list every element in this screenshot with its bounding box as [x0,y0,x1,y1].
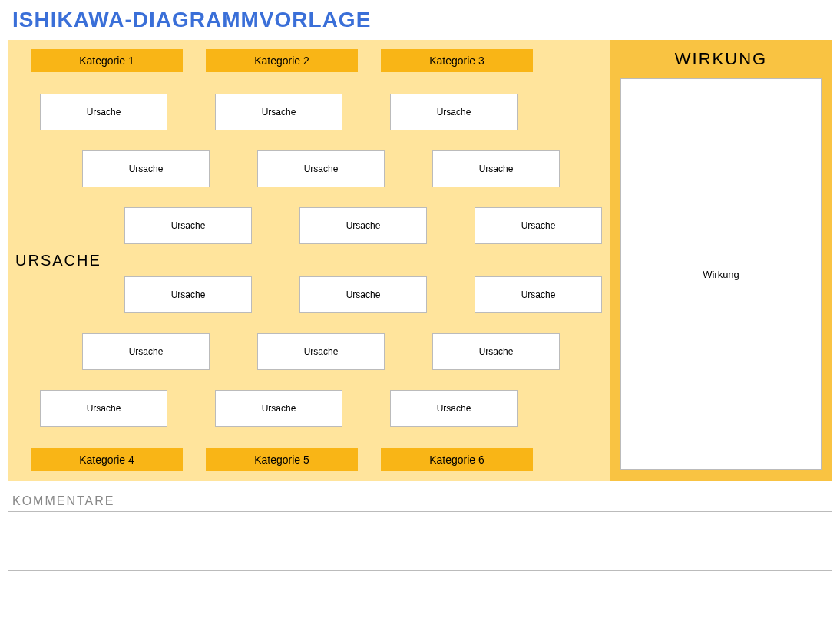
category-5[interactable]: Kategorie 5 [206,448,358,471]
effect-title: WIRKUNG [620,49,822,69]
cause-box[interactable]: Ursache [40,390,167,427]
page-title: ISHIKAWA-DIAGRAMMVORLAGE [8,8,832,32]
cause-box[interactable]: Ursache [432,150,560,187]
category-1[interactable]: Kategorie 1 [31,49,183,72]
cause-box[interactable]: Ursache [124,276,252,313]
effect-panel: WIRKUNG Wirkung [610,40,832,481]
effect-box[interactable]: Wirkung [620,78,822,470]
cause-box[interactable]: Ursache [40,94,167,130]
cause-box[interactable]: Ursache [82,333,210,370]
cause-box[interactable]: Ursache [299,207,427,244]
cause-box[interactable]: Ursache [475,207,602,244]
diagram-container: Kategorie 1 Kategorie 2 Kategorie 3 URSA… [8,40,832,481]
cause-label: URSACHE [15,252,101,269]
comments-box[interactable] [8,511,832,571]
category-6[interactable]: Kategorie 6 [381,448,533,471]
cause-box[interactable]: Ursache [215,390,342,427]
cause-box[interactable]: Ursache [124,207,252,244]
spine-area: URSACHE Ursache Ursache Ursache Ursache … [17,80,596,441]
category-4[interactable]: Kategorie 4 [31,448,183,471]
top-categories-row: Kategorie 1 Kategorie 2 Kategorie 3 [31,49,596,72]
bottom-categories-row: Kategorie 4 Kategorie 5 Kategorie 6 [31,448,596,471]
cause-box[interactable]: Ursache [475,276,602,313]
cause-box[interactable]: Ursache [215,94,342,130]
cause-box[interactable]: Ursache [257,333,385,370]
causes-panel: Kategorie 1 Kategorie 2 Kategorie 3 URSA… [8,40,610,481]
cause-box[interactable]: Ursache [390,94,518,130]
cause-box[interactable]: Ursache [82,150,210,187]
cause-box[interactable]: Ursache [257,150,385,187]
cause-box[interactable]: Ursache [432,333,560,370]
comments-label: KOMMENTARE [8,494,832,508]
category-3[interactable]: Kategorie 3 [381,49,533,72]
category-2[interactable]: Kategorie 2 [206,49,358,72]
cause-box[interactable]: Ursache [299,276,427,313]
cause-box[interactable]: Ursache [390,390,518,427]
